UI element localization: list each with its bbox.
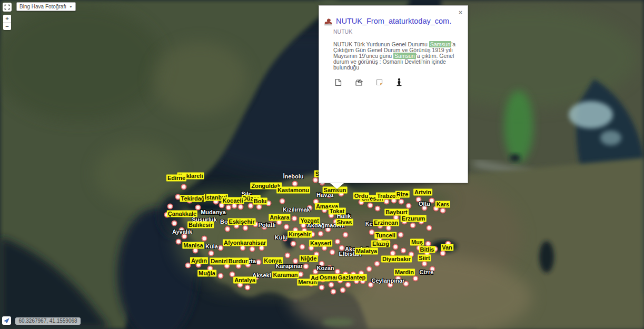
city-marker[interactable] [374,261,380,267]
city-marker[interactable] [401,248,407,254]
city-label[interactable]: Aydın [190,257,208,264]
city-marker[interactable] [340,287,346,293]
popup-title[interactable]: NUTUK_From_ataturktoday_com... [336,17,452,25]
map-canvas[interactable]: ŞileMudanyaSusurlukBozüyükAyvalıkKulaIsp… [0,0,644,329]
city-label[interactable]: Antalya [233,277,256,284]
city-label[interactable]: Ayvalık [172,228,192,235]
city-label[interactable]: Manisa [182,242,204,249]
basemap-select[interactable]: Bing Hava Fotoğrafı ▼ [16,2,76,11]
city-marker[interactable] [398,232,404,238]
city-label[interactable]: Balıkesir [187,222,214,228]
city-marker[interactable] [243,225,249,231]
city-label[interactable]: Eskişehir [228,218,256,225]
city-marker[interactable] [399,199,404,205]
city-label[interactable]: Kulu [275,234,288,241]
city-label[interactable]: Muş [410,239,424,246]
city-label[interactable]: Sivas [336,219,353,226]
city-label[interactable]: Cizre [420,269,434,275]
city-marker[interactable] [176,239,182,245]
city-label[interactable]: Ordu [353,193,369,200]
city-marker[interactable] [303,264,309,270]
city-label[interactable]: Konya [263,257,283,264]
city-marker[interactable] [410,223,416,228]
city-label[interactable]: Burdur [227,258,249,265]
city-marker[interactable] [292,216,298,222]
city-marker[interactable] [331,289,336,295]
city-label[interactable]: Ceylanpınar [372,277,405,284]
zoom-out-button[interactable]: − [3,23,11,30]
city-marker[interactable] [440,251,446,256]
city-marker[interactable] [343,232,349,238]
city-marker[interactable] [256,260,262,265]
city-marker[interactable] [319,285,325,291]
city-marker[interactable] [172,221,177,226]
fullscreen-button[interactable] [3,3,12,12]
city-label[interactable]: Bitlis [419,246,435,253]
city-marker[interactable] [284,224,290,230]
city-label[interactable]: Bolu [253,198,267,205]
city-marker[interactable] [413,276,419,282]
city-label[interactable]: Edirne [166,175,186,182]
note-icon[interactable] [376,79,383,86]
city-marker[interactable] [369,230,375,235]
city-label[interactable]: Mudanya [201,209,226,215]
city-label[interactable]: Van [441,244,453,251]
city-marker[interactable] [250,246,255,252]
city-label[interactable]: Afyonkarahisar [223,240,267,246]
city-marker[interactable] [427,225,432,231]
city-label[interactable]: Kayseri [309,240,332,247]
city-label[interactable]: Rize [395,191,410,198]
city-marker[interactable] [384,199,390,205]
close-icon[interactable]: × [459,9,462,16]
city-label[interactable]: Malatya [355,248,378,255]
locate-button[interactable] [2,316,11,325]
city-label[interactable]: Gaziantep [337,274,367,281]
city-marker[interactable] [318,231,324,237]
city-label[interactable]: Kocaeli [221,197,244,204]
city-marker[interactable] [366,266,372,272]
city-label[interactable]: Polatlı [258,222,275,228]
zoom-in-button[interactable]: + [3,15,11,23]
city-marker[interactable] [368,203,373,208]
city-marker[interactable] [440,208,446,214]
city-label[interactable]: Kızılırmak [283,206,310,213]
city-label[interactable]: Karaman [272,272,299,278]
person-icon[interactable] [396,78,402,86]
city-label[interactable]: Elazığ [371,241,390,247]
city-label[interactable]: Ankara [269,214,290,221]
city-label[interactable]: Kozan [317,265,334,271]
city-label[interactable]: Niğde [300,255,318,262]
city-label[interactable]: Tokat [329,208,346,215]
city-marker[interactable] [393,244,399,250]
city-marker[interactable] [345,282,351,288]
city-label[interactable]: Tunceli [374,232,397,239]
city-marker[interactable] [195,205,201,211]
city-marker[interactable] [406,203,412,209]
city-label[interactable]: Diyarbakır [381,256,412,263]
city-marker[interactable] [339,245,345,251]
city-label[interactable]: Kastamonu [276,187,310,194]
city-marker[interactable] [226,205,232,211]
city-marker[interactable] [202,236,207,242]
city-label[interactable]: Erzurum [401,215,427,222]
city-marker[interactable] [238,204,244,210]
city-marker[interactable] [313,177,319,183]
city-marker[interactable] [329,282,334,288]
city-marker[interactable] [218,273,224,279]
file-icon[interactable] [335,78,342,86]
city-marker[interactable] [245,285,251,291]
city-marker[interactable] [292,181,298,187]
city-label[interactable]: Çanakkale [167,211,197,217]
city-label[interactable]: Siirt [418,255,431,262]
city-marker[interactable] [291,241,296,247]
city-label[interactable]: Yozgat [299,217,320,224]
city-marker[interactable] [225,226,231,232]
city-marker[interactable] [330,250,335,255]
city-label[interactable]: Tekirdağ [180,195,205,202]
city-label[interactable]: Oltu [419,201,430,207]
city-label[interactable]: Muğla [197,270,216,277]
city-marker[interactable] [209,251,214,256]
city-marker[interactable] [280,198,285,204]
archive-icon[interactable] [355,78,363,86]
city-marker[interactable] [181,184,187,190]
